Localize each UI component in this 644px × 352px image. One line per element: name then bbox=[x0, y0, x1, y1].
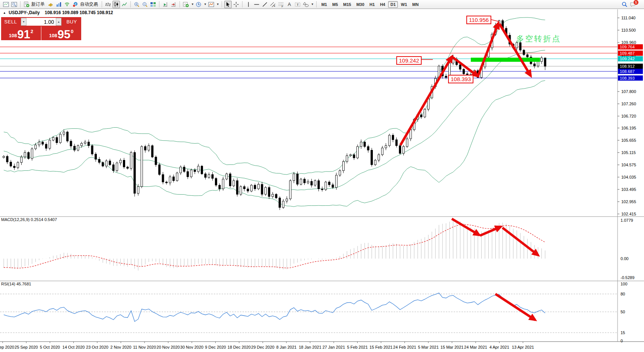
trend-arrow[interactable] bbox=[499, 24, 531, 76]
macd-trend-arrow[interactable] bbox=[452, 219, 479, 235]
search-icon[interactable] bbox=[621, 1, 628, 8]
candlestick bbox=[215, 178, 217, 185]
candlestick bbox=[70, 141, 72, 146]
sell-button[interactable]: SELL bbox=[1, 17, 20, 26]
price-tick-label: 105.115 bbox=[621, 150, 636, 155]
templates-dropdown-caret[interactable]: ▼ bbox=[216, 3, 219, 6]
bar-chart-type-icon[interactable] bbox=[104, 1, 112, 8]
zoom-in-icon[interactable] bbox=[133, 1, 140, 8]
candlestick bbox=[244, 186, 245, 189]
candlestick bbox=[145, 147, 146, 150]
sell-price-sup: 2 bbox=[31, 26, 33, 33]
price-annotation-box-108393[interactable]: 108.393 bbox=[448, 75, 473, 83]
line-chart-type-icon[interactable] bbox=[121, 1, 128, 8]
new-order-label[interactable]: 新订单 bbox=[31, 1, 45, 7]
tile-windows-icon[interactable] bbox=[149, 1, 157, 8]
price-level-badge-text: 108.912 bbox=[620, 64, 635, 68]
candlestick bbox=[258, 184, 260, 189]
price-chart-canvas[interactable]: 1.07790.00-0.52891008050150111.040110.50… bbox=[0, 0, 644, 352]
templates-icon[interactable] bbox=[207, 1, 215, 8]
candlestick bbox=[282, 201, 284, 208]
chart-collapse-icon[interactable]: ▲ bbox=[3, 11, 6, 15]
zoom-out-icon[interactable] bbox=[141, 1, 149, 8]
horn-icon[interactable] bbox=[47, 1, 54, 8]
volume-input[interactable] bbox=[26, 18, 56, 26]
timeframe-m1[interactable]: M1 bbox=[319, 1, 329, 8]
candlestick bbox=[187, 172, 189, 177]
timeframe-m30[interactable]: M30 bbox=[354, 1, 367, 8]
macd-axis-label: 0.00 bbox=[621, 256, 628, 261]
periods-dropdown-caret[interactable]: ▼ bbox=[204, 3, 207, 6]
indicators-icon[interactable] bbox=[182, 1, 190, 8]
cursor-tool-icon[interactable] bbox=[224, 1, 232, 8]
timeframe-m15[interactable]: M15 bbox=[341, 1, 353, 8]
shapes-dropdown-caret[interactable]: ▼ bbox=[311, 3, 314, 6]
notifications-chat-icon[interactable]: 1 bbox=[629, 1, 637, 8]
candlestick bbox=[240, 186, 242, 194]
timeframe-d1[interactable]: D1 bbox=[388, 1, 398, 8]
chart-window-icon[interactable] bbox=[2, 1, 10, 8]
bollinger-upper-band bbox=[4, 17, 545, 175]
data-window-icon[interactable] bbox=[10, 1, 18, 8]
vertical-line-tool-icon[interactable] bbox=[245, 1, 252, 8]
candlestick bbox=[84, 142, 86, 144]
auto-trading-icon[interactable] bbox=[72, 1, 79, 8]
trend-arrow[interactable] bbox=[478, 23, 498, 76]
timeframe-mn[interactable]: MN bbox=[410, 1, 421, 8]
support-highlight-bar[interactable] bbox=[471, 58, 540, 62]
chart-shift-icon[interactable] bbox=[170, 1, 177, 8]
price-annotation-box-110956[interactable]: 110.956 bbox=[466, 16, 491, 24]
candlestick bbox=[197, 166, 199, 172]
rsi-trend-arrow[interactable] bbox=[495, 294, 535, 320]
shapes-tool-icon[interactable] bbox=[302, 1, 310, 8]
candlestick bbox=[31, 149, 33, 159]
turning-point-annotation-text[interactable]: 多空转折点 bbox=[516, 33, 561, 44]
volume-decrease-button[interactable]: ▼ bbox=[21, 18, 26, 26]
crosshair-tool-icon[interactable] bbox=[232, 1, 240, 8]
timeframe-h4[interactable]: H4 bbox=[378, 1, 387, 8]
candlestick bbox=[49, 140, 51, 148]
candlestick bbox=[311, 181, 313, 185]
auto-scroll-icon[interactable] bbox=[162, 1, 169, 8]
volume-increase-button[interactable]: ▲ bbox=[56, 18, 61, 26]
candlestick-chart-type-icon[interactable] bbox=[112, 1, 120, 8]
candlestick bbox=[208, 175, 210, 177]
text-tool-icon[interactable]: A bbox=[286, 1, 293, 8]
candlestick bbox=[307, 181, 309, 183]
fibonacci-tool-icon[interactable]: F bbox=[277, 1, 285, 8]
date-tick-label: 24 Mar 2021 bbox=[464, 345, 487, 349]
price-tick-label: 109.960 bbox=[621, 40, 636, 45]
buy-button[interactable]: BUY bbox=[62, 17, 81, 26]
candlestick bbox=[272, 194, 274, 196]
sell-price-display[interactable]: 108 91 2 bbox=[1, 26, 41, 40]
candlestick bbox=[339, 171, 341, 175]
market-stats-icon[interactable] bbox=[55, 1, 63, 8]
chart-ohlc-values: 108.916 109.089 108.745 108.912 bbox=[45, 10, 113, 15]
trend-arrow[interactable] bbox=[400, 57, 452, 145]
timeframe-w1[interactable]: W1 bbox=[399, 1, 409, 8]
timeframe-h1[interactable]: H1 bbox=[367, 1, 377, 8]
auto-trading-label[interactable]: 自动交易 bbox=[80, 1, 98, 7]
horizontal-line-tool-icon[interactable] bbox=[253, 1, 260, 8]
new-order-icon[interactable] bbox=[23, 1, 30, 8]
periods-clock-icon[interactable] bbox=[195, 1, 202, 8]
candlestick bbox=[406, 139, 408, 147]
candlestick bbox=[336, 175, 337, 188]
candlestick bbox=[56, 137, 58, 143]
rsi-axis-label: 80 bbox=[621, 292, 625, 296]
equidistant-channel-tool-icon[interactable]: E bbox=[269, 1, 277, 8]
signal-icon[interactable] bbox=[63, 1, 71, 8]
candlestick-series[interactable] bbox=[3, 19, 546, 210]
date-tick-label: 13 Apr 2021 bbox=[512, 345, 534, 349]
text-label-tool-icon[interactable]: T bbox=[294, 1, 301, 8]
price-annotation-box-109242[interactable]: 109.242 bbox=[396, 56, 422, 65]
timeframe-m5[interactable]: M5 bbox=[330, 1, 340, 8]
toolbar-separator bbox=[242, 1, 242, 7]
date-tick-label: 16 Sep 2020 bbox=[0, 345, 14, 349]
indicators-dropdown-caret[interactable]: ▼ bbox=[191, 3, 194, 6]
buy-price-display[interactable]: 108 95 0 bbox=[41, 26, 81, 40]
price-tick-label: 106.720 bbox=[621, 114, 636, 118]
trendline-tool-icon[interactable] bbox=[261, 1, 269, 8]
candlestick bbox=[403, 147, 405, 153]
candlestick bbox=[289, 181, 291, 199]
